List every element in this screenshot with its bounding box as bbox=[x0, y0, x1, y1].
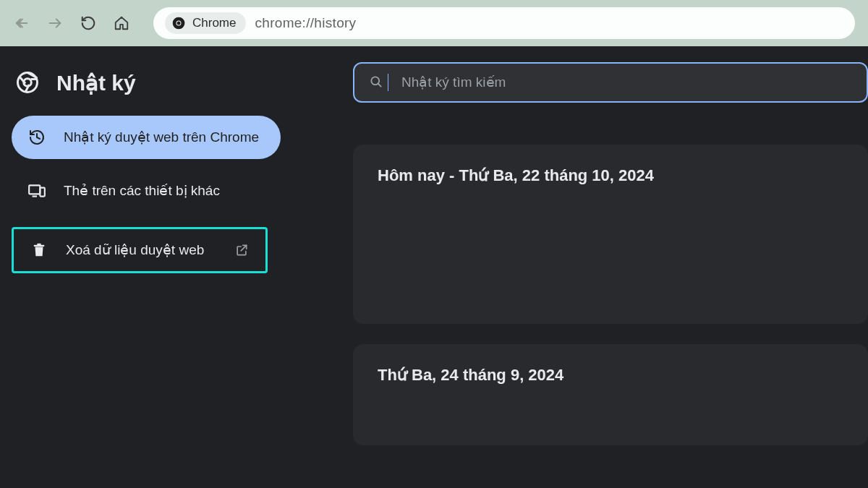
history-icon bbox=[27, 128, 46, 147]
svg-line-14 bbox=[378, 84, 381, 87]
back-button[interactable] bbox=[13, 14, 30, 32]
open-external-icon bbox=[234, 242, 250, 258]
sidebar-item-label: Nhật ký duyệt web trên Chrome bbox=[64, 129, 259, 146]
svg-point-4 bbox=[177, 22, 181, 25]
search-box[interactable] bbox=[353, 62, 868, 103]
browser-toolbar: Chrome chrome://history bbox=[0, 0, 868, 46]
sidebar-item-label: Thẻ trên các thiết bị khác bbox=[64, 182, 220, 200]
svg-rect-12 bbox=[37, 244, 41, 245]
sidebar-item-label: Xoá dữ liệu duyệt web bbox=[66, 241, 204, 259]
search-icon bbox=[369, 74, 385, 90]
svg-rect-8 bbox=[29, 185, 40, 194]
forward-button[interactable] bbox=[46, 14, 64, 32]
trash-icon bbox=[30, 241, 48, 260]
page-title: Nhật ký bbox=[56, 70, 136, 95]
text-cursor bbox=[388, 74, 388, 91]
history-group-card: Thứ Ba, 24 tháng 9, 2024 bbox=[353, 344, 868, 445]
sidebar-item-clear-browsing-data[interactable]: Xoá dữ liệu duyệt web bbox=[12, 227, 268, 273]
history-group-title: Thứ Ba, 24 tháng 9, 2024 bbox=[378, 366, 843, 385]
main-content: Hôm nay - Thứ Ba, 22 tháng 10, 2024 Thứ … bbox=[353, 46, 868, 488]
history-group-title: Hôm nay - Thứ Ba, 22 tháng 10, 2024 bbox=[378, 166, 843, 185]
chrome-outline-icon bbox=[14, 69, 41, 95]
sidebar-item-chrome-history[interactable]: Nhật ký duyệt web trên Chrome bbox=[12, 116, 281, 159]
home-button[interactable] bbox=[113, 14, 130, 32]
address-bar[interactable]: Chrome chrome://history bbox=[153, 7, 855, 39]
search-input[interactable] bbox=[401, 74, 852, 90]
reload-button[interactable] bbox=[80, 14, 97, 32]
url-text: chrome://history bbox=[255, 15, 356, 31]
devices-icon bbox=[27, 181, 46, 200]
chrome-logo-icon bbox=[171, 15, 187, 31]
sidebar-item-tabs-other-devices[interactable]: Thẻ trên các thiết bị khác bbox=[12, 169, 281, 213]
history-group-card: Hôm nay - Thứ Ba, 22 tháng 10, 2024 bbox=[353, 145, 868, 324]
svg-rect-10 bbox=[40, 188, 45, 197]
site-chip[interactable]: Chrome bbox=[165, 12, 246, 34]
site-chip-label: Chrome bbox=[192, 16, 236, 30]
sidebar: Nhật ký Nhật ký duyệt web trên Chrome Th… bbox=[0, 46, 353, 488]
page-header: Nhật ký bbox=[7, 64, 339, 116]
